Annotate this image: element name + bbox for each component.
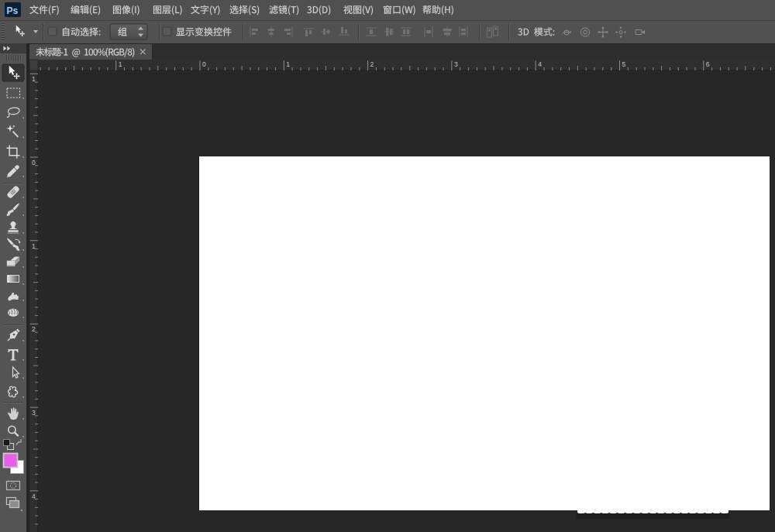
svg-text:1: 1 (286, 60, 290, 68)
svg-text:Ps: Ps (7, 5, 19, 16)
svg-text:3: 3 (32, 409, 36, 417)
svg-text:0: 0 (32, 159, 36, 166)
svg-text:4: 4 (538, 60, 542, 68)
svg-text:6: 6 (706, 60, 710, 68)
svg-text:1: 1 (119, 60, 122, 68)
svg-text:5: 5 (622, 60, 626, 68)
svg-text:2: 2 (32, 325, 36, 333)
svg-text:2: 2 (370, 60, 374, 68)
svg-text:3: 3 (454, 60, 458, 68)
svg-text:4: 4 (32, 493, 36, 500)
svg-text:1: 1 (32, 242, 36, 250)
svg-text:0: 0 (202, 60, 206, 68)
svg-text:1: 1 (32, 75, 36, 83)
